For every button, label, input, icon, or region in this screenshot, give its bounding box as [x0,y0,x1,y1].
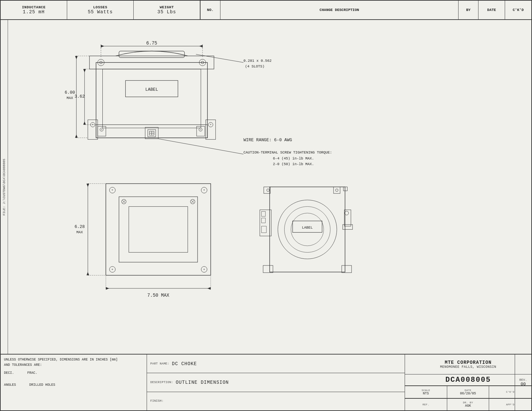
label-text-side: LABEL [302,226,313,230]
finish-row: FINISH: [147,392,405,410]
caution-line2: 6-4 (45) in-lb MAX. [273,156,314,160]
footer-notes: UNLESS OTHERWISE SPECIFIED, DIMENSIONS A… [1,355,147,410]
rev-by-header: BY [458,1,478,19]
scale-cell: SCALE NTS [405,386,447,398]
drawing-area: LABEL + + [8,20,531,354]
ref-cell: REF. [405,398,447,410]
company-location: MENOMONEE FALLS, WISCONSIN [440,365,496,369]
footer-company: MTE CORPORATION MENOMONEE FALLS, WISCONS… [405,355,531,410]
svg-line-45 [158,139,243,154]
technical-drawing-svg: LABEL + + [8,20,531,354]
label-text-top: LABEL [145,87,158,92]
dim-3-62: 3.62 [74,94,85,99]
footer-sign-block: SCALE NTS DATE 06/28/05 C'K'D [405,386,531,398]
svg-marker-41 [83,69,86,72]
weight-cell: WEIGHT 35 Lbs [134,1,200,19]
rev-desc-header: CHANGE DESCRIPTION [220,1,458,19]
part-number-block: DCA008005 [405,374,531,386]
svg-marker-42 [83,121,86,125]
dim-7-50: 7.50 MAX [147,293,170,298]
svg-marker-69 [106,287,109,290]
description-row: DESCRIPTION: OUTLINE DIMENSION [147,373,405,392]
svg-rect-48 [129,207,188,253]
dim-slot2: (4 SLOTS) [245,64,264,68]
svg-rect-85 [263,265,273,273]
weight-value: 35 Lbs [157,9,176,15]
body-area: FILE: J:\CUSTDWG\DCA\DCA008005 [1,20,531,354]
main-container: INDUCTANCE 1.25 mH LOSSES 55 Watts WEIGH… [0,0,532,411]
dim-max-1: MAX [66,96,73,100]
losses-label: LOSSES [93,5,107,9]
svg-rect-46 [106,184,210,275]
weight-label: WEIGHT [160,5,174,9]
part-name-label: PART NAME: [150,362,169,365]
dim-max-2: MAX [76,230,83,234]
finish-label: FINISH: [150,399,164,403]
svg-text:+: + [203,188,205,192]
svg-rect-77 [261,226,266,233]
svg-point-81 [335,189,338,191]
svg-text:+: + [200,128,201,131]
svg-marker-36 [75,56,78,59]
svg-rect-91 [343,187,347,191]
drilled-holes-label: DRILLED HOLES [29,382,55,388]
losses-cell: LOSSES 55 Watts [67,1,134,19]
svg-marker-30 [101,45,104,48]
svg-marker-64 [86,184,89,187]
caution-line3: 2-0 (50) in-lb MAX. [273,162,314,166]
rev-date-header: DATE [478,1,505,19]
dim-6-75: 6.75 [146,41,157,46]
dim-6-00: 6.00 [65,90,75,95]
dr-by-cell: DR. BY AGK [447,398,489,410]
footer-note-line1: UNLESS OTHERWISE SPECIFIED, DIMENSIONS A… [4,358,118,361]
svg-rect-75 [261,211,265,216]
svg-text:+: + [203,268,205,271]
file-label: FILE: J:\CUSTDWG\DCA\DCA008005 [1,20,8,354]
part-number: DCA008005 [446,376,491,384]
caution-line1: CAUTION-TERMINAL SCREW TIGHTENING TORQUE… [243,151,332,154]
svg-marker-70 [207,287,211,290]
inductance-value: 1.25 mH [23,9,45,15]
wire-range: WIRE RANGE: 6-0 AWG [243,138,292,143]
svg-rect-86 [342,265,352,273]
rev-label: REV. [519,378,527,382]
svg-point-79 [267,189,269,191]
svg-rect-82 [344,210,351,226]
svg-rect-6 [119,51,185,58]
company-block: MTE CORPORATION MENOMONEE FALLS, WISCONS… [405,355,531,374]
svg-marker-65 [86,272,89,275]
svg-text:+: + [111,268,113,271]
footer-note-line2: AND TOLERANCES ARE: [4,363,42,367]
svg-point-84 [345,211,349,215]
footer-block: UNLESS OTHERWISE SPECIFIED, DIMENSIONS A… [1,354,531,410]
frac-label: FRAC. [27,370,37,376]
svg-rect-76 [261,218,265,223]
losses-value: 55 Watts [88,9,113,15]
dim-6-28: 6.28 [74,224,85,229]
svg-text:+: + [210,123,211,127]
svg-rect-80 [333,187,340,194]
svg-marker-31 [199,45,202,48]
inductance-cell: INDUCTANCE 1.25 mH [1,1,67,19]
footer-sign-block-2: REF. DR. BY AGK APP'D [405,398,531,410]
rev-corner: REV. 00 [515,355,531,410]
description-label: DESCRIPTION: [150,381,173,384]
svg-rect-0 [96,62,207,138]
svg-text:+: + [92,123,93,127]
rev-no-header: NO. [200,1,220,19]
rev-ckd-header: C'K'D [505,1,531,19]
title-block: INDUCTANCE 1.25 mH LOSSES 55 Watts WEIGH… [1,1,531,20]
company-name: MTE CORPORATION [445,360,491,365]
rev-value: 00 [521,382,526,387]
deci-label: DECI. [4,370,14,376]
description-value: OUTLINE DIMENSION [176,380,229,385]
revision-block: NO. CHANGE DESCRIPTION BY DATE C'K'D [200,1,531,19]
svg-rect-7 [103,69,201,128]
footer-part-info: PART NAME: DC CHOKE DESCRIPTION: OUTLINE… [147,355,405,410]
svg-marker-37 [75,135,78,138]
angles-label: ANGLES [4,382,16,388]
svg-text:+: + [101,128,102,131]
inductance-label: INDUCTANCE [22,5,46,9]
part-name-row: PART NAME: DC CHOKE [147,355,405,373]
date-cell: DATE 06/28/05 [447,386,489,398]
